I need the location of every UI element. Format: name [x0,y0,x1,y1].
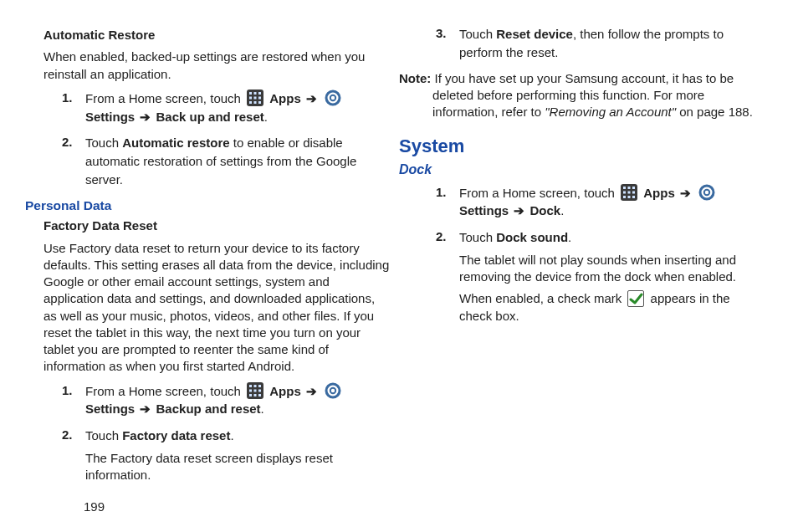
arrow-icon: ➔ [304,91,319,105]
note-label: Note: [399,71,431,85]
settings-icon [325,382,341,399]
label-reset-device: Reset device [496,27,573,41]
steps-reset-device: 3. Touch Reset device, then follow the p… [417,25,765,62]
text: Touch [85,136,122,150]
settings-icon [698,184,715,201]
para-auto-restore: When enabled, backed-up settings are res… [43,49,391,83]
step-number: 2. [62,134,73,151]
text: When enabled, a check mark [459,291,625,305]
cross-ref: "Removing an Account" [545,105,676,119]
dot: . [568,230,571,244]
step-text: Touch Reset device, then follow the prom… [459,27,724,59]
arrow-icon: ➔ [512,203,526,217]
heading-personal-data: Personal Data [25,197,391,215]
label-apps: Apps [269,384,301,398]
heading-automatic-restore: Automatic Restore [43,27,391,43]
apps-icon [247,382,263,399]
step-text: Touch Dock sound. [459,230,571,244]
arrow-icon: ➔ [138,110,152,124]
arrow-icon: ➔ [304,384,319,398]
step-number: 2. [62,427,73,443]
label-backup-and-reset: Backup and reset [156,402,261,416]
dot: . [560,203,564,217]
step-after-text: When enabled, a check mark appears in th… [459,290,765,325]
step-text: From a Home screen, touch Apps ➔ Setting… [85,384,344,417]
label-apps: Apps [643,186,675,200]
arrow-icon: ➔ [138,402,152,416]
heading-dock: Dock [399,161,765,179]
step-text: From a Home screen, touch Apps ➔ Setting… [459,186,718,218]
step-number: 1. [62,382,73,399]
arrow-icon: ➔ [678,186,693,200]
text: From a Home screen, touch [85,91,244,105]
step-text: Touch Factory data reset. [85,428,234,442]
step-number: 3. [436,25,447,42]
note-text: If you have set up your Samsung account,… [431,71,734,85]
text: From a Home screen, touch [85,384,244,398]
label-factory-data-reset: Factory data reset [122,428,230,442]
dot: . [261,402,264,416]
dot: . [230,428,233,442]
heading-factory-data-reset: Factory Data Reset [43,217,391,234]
step-number: 1. [436,184,447,201]
para-factory-data-reset: Use Factory data reset to return your de… [43,240,391,376]
label-apps: Apps [269,91,301,105]
apps-icon [247,90,263,106]
settings-icon [325,90,341,106]
step-dk-1: 1. From a Home screen, touch Apps ➔ Sett… [417,184,765,221]
label-settings: Settings [85,110,135,124]
step-text: Touch Automatic restore to enable or dis… [85,136,356,187]
step-ar-2: 2. Touch Automatic restore to enable or … [43,134,391,188]
right-column: 3. Touch Reset device, then follow the p… [417,25,765,515]
note-block: Note: If you have set up your Samsung ac… [399,70,765,121]
text: Touch [459,230,496,244]
steps-dock: 1. From a Home screen, touch Apps ➔ Sett… [417,184,765,325]
label-settings: Settings [85,402,135,416]
document-page: Automatic Restore When enabled, backed-u… [0,0,798,532]
text: From a Home screen, touch [459,186,618,200]
apps-icon [621,184,637,201]
steps-factory-data-reset: 1. From a Home screen, touch Apps ➔ Sett… [43,382,391,484]
page-number: 199 [84,499,105,514]
left-column: Automatic Restore When enabled, backed-u… [43,25,391,515]
text: on page 188. [676,105,753,119]
heading-system: System [399,134,765,159]
label-dock: Dock [530,203,561,217]
step-ar-1: 1. From a Home screen, touch Apps ➔ Sett… [43,90,391,126]
steps-auto-restore: 1. From a Home screen, touch Apps ➔ Sett… [43,90,391,189]
step-fd-2: 2. Touch Factory data reset. The Factory… [43,427,391,483]
step-after-text: The Factory data reset screen displays r… [85,450,391,484]
dot: . [264,110,268,124]
text: Touch [459,27,496,41]
step-number: 1. [62,90,73,106]
step-rd-3: 3. Touch Reset device, then follow the p… [417,25,765,62]
step-text: From a Home screen, touch Apps ➔ Setting… [85,91,344,124]
text: Touch [85,428,122,442]
step-number: 2. [436,228,447,245]
step-fd-1: 1. From a Home screen, touch Apps ➔ Sett… [43,382,391,419]
step-dk-2: 2. Touch Dock sound. The tablet will not… [417,228,765,325]
label-settings: Settings [459,203,509,217]
check-icon [627,290,644,307]
label-dock-sound: Dock sound [496,230,568,244]
step-after-text: The tablet will not play sounds when ins… [459,252,765,286]
label-backup-and-reset: Back up and reset [156,110,264,124]
label-automatic-restore: Automatic restore [122,136,229,150]
note-body: deleted before performing this function.… [399,87,765,121]
